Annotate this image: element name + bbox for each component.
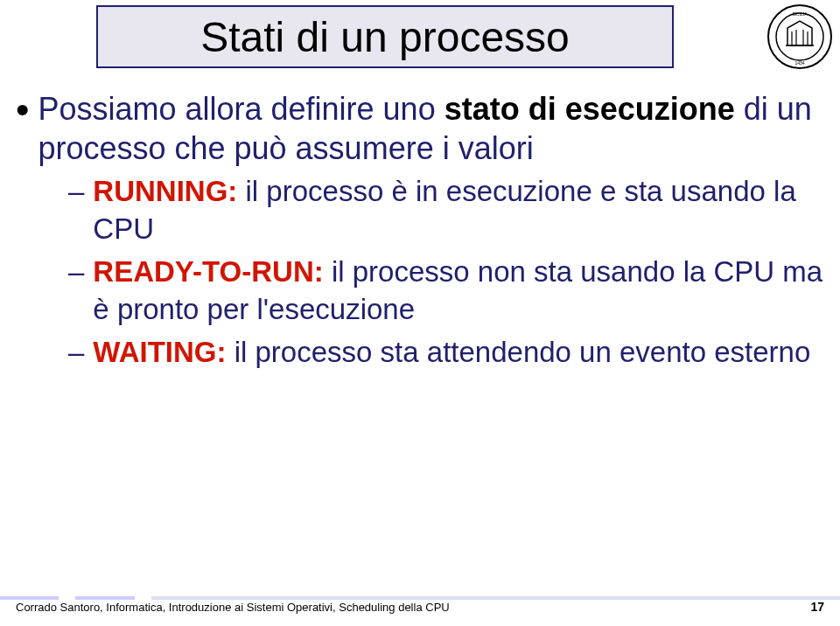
dash-icon: – (68, 173, 84, 211)
content-area: • Possiamo allora definire uno stato di … (16, 89, 824, 376)
sub-running-text: RUNNING: il processo è in esecuzione e s… (93, 173, 824, 248)
title-box: Stati di un processo (96, 5, 674, 68)
main-text-prefix: Possiamo allora definire uno (38, 91, 444, 127)
waiting-desc: il processo sta attendendo un evento est… (227, 336, 811, 368)
slide: Stati di un processo SICILIA 1434 • Poss… (0, 0, 840, 626)
sub-waiting-text: WAITING: il processo sta attendendo un e… (93, 334, 810, 372)
main-bullet: • Possiamo allora definire uno stato di … (16, 89, 824, 168)
sub-list: – RUNNING: il processo è in esecuzione e… (16, 173, 824, 371)
sub-item-running: – RUNNING: il processo è in esecuzione e… (68, 173, 824, 248)
dash-icon: – (68, 254, 84, 291)
footer-decor-bar (0, 596, 840, 600)
sub-item-waiting: – WAITING: il processo sta attendendo un… (68, 334, 824, 372)
footer-text: Corrado Santoro, Informatica, Introduzio… (16, 601, 450, 614)
bullet-dot-icon: • (16, 89, 29, 131)
main-text-bold: stato di esecuzione (444, 91, 735, 127)
university-seal-icon: SICILIA 1434 (766, 3, 833, 70)
ready-label: READY-TO-RUN: (93, 255, 323, 288)
main-bullet-text: Possiamo allora definire uno stato di es… (38, 89, 824, 168)
sub-item-ready: – READY-TO-RUN: il processo non sta usan… (68, 254, 824, 329)
page-number: 17 (810, 600, 824, 614)
svg-text:SICILIA: SICILIA (792, 11, 808, 17)
dash-icon: – (68, 334, 84, 372)
footer: Corrado Santoro, Informatica, Introduzio… (0, 589, 840, 614)
svg-text:1434: 1434 (794, 60, 804, 66)
svg-point-1 (776, 13, 823, 60)
running-label: RUNNING: (93, 175, 237, 207)
waiting-label: WAITING: (93, 336, 226, 368)
slide-title: Stati di un processo (200, 13, 570, 61)
sub-ready-text: READY-TO-RUN: il processo non sta usando… (93, 254, 824, 329)
